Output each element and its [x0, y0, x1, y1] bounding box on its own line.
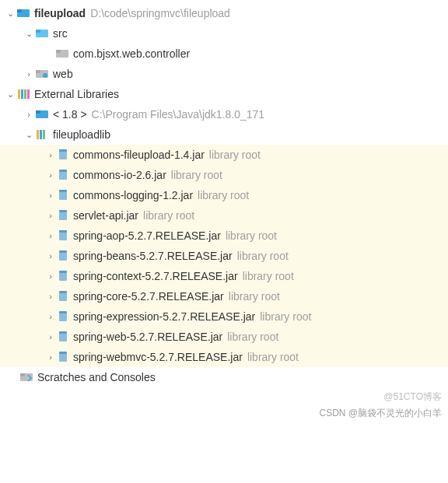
tree-node-jar[interactable]: ›commons-fileupload-1.4.jarlibrary root: [0, 145, 448, 165]
libraries-icon: [17, 89, 30, 100]
web-folder-icon: [36, 68, 48, 79]
svg-rect-12: [27, 89, 30, 99]
svg-rect-24: [59, 212, 67, 220]
jar-icon: [58, 291, 68, 302]
svg-rect-35: [59, 311, 67, 313]
svg-rect-15: [37, 130, 39, 139]
node-label: External Libraries: [34, 88, 119, 100]
tree-node-package[interactable]: com.bjsxt.web.controller: [0, 44, 448, 64]
tree-node-jar[interactable]: ›spring-context-5.2.7.RELEASE.jarlibrary…: [0, 266, 448, 286]
node-label: com.bjsxt.web.controller: [73, 47, 190, 60]
chevron-right-icon[interactable]: ›: [45, 150, 56, 159]
project-name: fileupload: [34, 7, 86, 19]
svg-rect-36: [59, 333, 67, 341]
tree-node-jar[interactable]: ›spring-beans-5.2.7.RELEASE.jarlibrary r…: [0, 246, 448, 266]
chevron-right-icon[interactable]: ›: [45, 191, 56, 200]
chevron-right-icon[interactable]: ›: [45, 251, 56, 261]
svg-rect-19: [59, 149, 67, 152]
chevron-right-icon[interactable]: ›: [45, 231, 56, 240]
module-icon: [17, 8, 30, 19]
chevron-down-icon[interactable]: ⌄: [5, 9, 16, 19]
chevron-right-icon[interactable]: ›: [23, 69, 34, 79]
svg-rect-21: [59, 170, 67, 172]
svg-rect-25: [59, 210, 67, 212]
svg-rect-1: [17, 9, 22, 12]
tree-node-scratches[interactable]: Scratches and Consoles: [0, 367, 448, 387]
tree-node-jar[interactable]: ›spring-expression-5.2.7.RELEASE.jarlibr…: [0, 306, 448, 327]
jar-tag: library root: [247, 351, 299, 363]
svg-rect-34: [59, 313, 67, 321]
svg-rect-17: [43, 130, 45, 139]
node-label: src: [53, 27, 68, 40]
svg-rect-26: [59, 232, 67, 240]
jar-icon: [58, 230, 68, 241]
svg-rect-3: [36, 30, 40, 33]
jar-tag: library root: [171, 169, 222, 181]
tree-node-jar[interactable]: ›spring-web-5.2.7.RELEASE.jarlibrary roo…: [0, 327, 448, 347]
jar-tag: library root: [237, 250, 289, 262]
chevron-down-icon[interactable]: ⌄: [23, 29, 34, 39]
jar-list: ›commons-fileupload-1.4.jarlibrary root›…: [0, 145, 448, 367]
tree-node-project-root[interactable]: ⌄ fileupload D:\code\springmvc\fileuploa…: [0, 3, 448, 23]
tree-node-external-libraries[interactable]: ⌄ External Libraries: [0, 84, 448, 104]
chevron-right-icon[interactable]: ›: [45, 292, 56, 301]
tree-node-jar[interactable]: ›commons-logging-1.2.jarlibrary root: [0, 185, 448, 205]
jdk-path: C:\Program Files\Java\jdk1.8.0_171: [92, 108, 265, 121]
jar-icon: [58, 271, 68, 282]
jar-name: spring-web-5.2.7.RELEASE.jar: [73, 331, 222, 343]
svg-point-8: [43, 73, 47, 78]
jar-tag: library root: [143, 209, 194, 222]
tree-node-jar[interactable]: ›servlet-api.jarlibrary root: [0, 205, 448, 226]
jdk-icon: [36, 109, 48, 120]
tree-node-web[interactable]: › web: [0, 64, 448, 84]
jar-name: spring-beans-5.2.7.RELEASE.jar: [73, 250, 233, 262]
chevron-down-icon[interactable]: ⌄: [23, 130, 34, 140]
svg-rect-41: [20, 373, 25, 376]
chevron-right-icon[interactable]: ›: [23, 110, 34, 119]
chevron-right-icon[interactable]: ›: [45, 170, 56, 180]
jar-name: spring-webmvc-5.2.7.RELEASE.jar: [73, 351, 243, 363]
tree-node-jar[interactable]: ›spring-webmvc-5.2.7.RELEASE.jarlibrary …: [0, 347, 448, 367]
jar-name: spring-expression-5.2.7.RELEASE.jar: [73, 310, 255, 323]
footer-text: CSDN @脑袋不灵光的小白羊: [0, 405, 448, 425]
jar-icon: [58, 190, 68, 201]
tree-node-src[interactable]: ⌄ src: [0, 23, 448, 44]
chevron-right-icon[interactable]: ›: [45, 271, 56, 281]
svg-rect-39: [59, 352, 67, 354]
jar-tag: library root: [229, 290, 280, 303]
jar-tag: library root: [209, 149, 261, 161]
jar-tag: library root: [260, 310, 311, 323]
jar-tag: library root: [227, 331, 278, 343]
node-label: Scratches and Consoles: [37, 371, 156, 383]
svg-rect-16: [40, 130, 42, 139]
svg-rect-33: [59, 291, 67, 293]
svg-rect-7: [36, 70, 40, 73]
chevron-right-icon[interactable]: ›: [45, 332, 56, 341]
svg-rect-29: [59, 250, 67, 253]
svg-rect-32: [59, 292, 67, 301]
svg-rect-14: [36, 110, 40, 114]
jar-name: commons-fileupload-1.4.jar: [73, 149, 205, 161]
svg-rect-31: [59, 271, 67, 273]
svg-rect-23: [59, 190, 67, 192]
source-folder-icon: [36, 28, 48, 39]
chevron-right-icon[interactable]: ›: [45, 352, 56, 362]
node-label: web: [53, 68, 73, 80]
jar-name: spring-aop-5.2.7.RELEASE.jar: [73, 229, 221, 242]
jar-icon: [58, 250, 68, 261]
tree-node-jdk[interactable]: › < 1.8 > C:\Program Files\Java\jdk1.8.0…: [0, 104, 448, 124]
svg-rect-37: [59, 331, 67, 334]
tree-node-jar[interactable]: ›spring-core-5.2.7.RELEASE.jarlibrary ro…: [0, 286, 448, 306]
tree-node-jar[interactable]: ›spring-aop-5.2.7.RELEASE.jarlibrary roo…: [0, 226, 448, 246]
jar-icon: [58, 352, 68, 362]
watermark-text: @51CTO博客: [0, 387, 448, 405]
chevron-right-icon[interactable]: ›: [45, 312, 56, 321]
chevron-down-icon[interactable]: ⌄: [5, 89, 16, 100]
project-tree: ⌄ fileupload D:\code\springmvc\fileuploa…: [0, 0, 448, 387]
svg-rect-11: [24, 89, 26, 99]
chevron-right-icon[interactable]: ›: [45, 211, 56, 220]
tree-node-jar[interactable]: ›commons-io-2.6.jarlibrary root: [0, 165, 448, 185]
tree-node-fileuploadlib[interactable]: ⌄ fileuploadlib: [0, 124, 448, 145]
svg-rect-10: [21, 89, 23, 99]
node-label: fileuploadlib: [53, 128, 110, 141]
